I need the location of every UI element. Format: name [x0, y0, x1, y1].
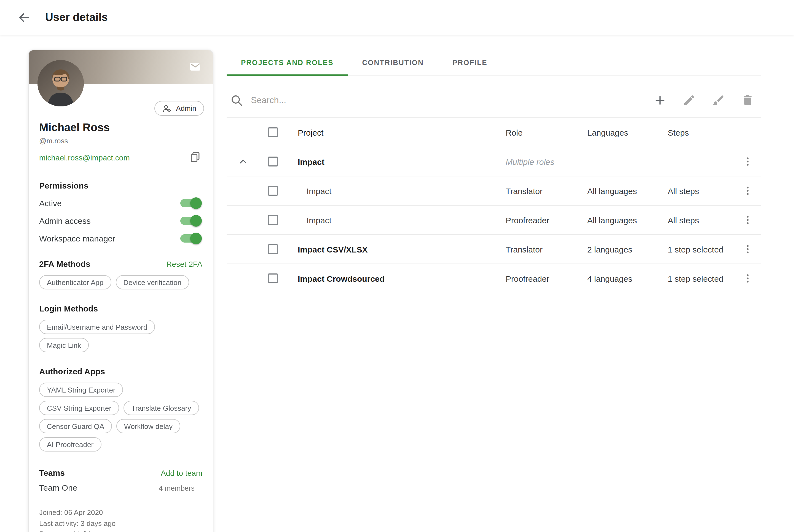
reset-2fa-link[interactable]: Reset 2FA	[166, 260, 202, 268]
column-header-steps: Steps	[664, 128, 734, 137]
meta-last-activity: Last activity: 3 days ago	[39, 518, 202, 529]
add-button[interactable]	[654, 93, 667, 107]
edit-icon	[683, 93, 696, 107]
column-header-role: Role	[502, 128, 584, 137]
profile-card-body: Michael Ross @m.ross michael.ross@impact…	[29, 116, 213, 532]
team-row: Team One 4 members	[39, 483, 202, 492]
languages-value: 2 languages	[584, 245, 664, 254]
app-chip: CSV String Exporter	[39, 401, 119, 415]
role-value: Translator	[502, 186, 584, 195]
role-value: Proofreader	[502, 215, 584, 225]
meta-pronouns: Pronouns: He/him	[39, 529, 202, 532]
user-meta-block: Joined: 06 Apr 2020 Last activity: 3 day…	[39, 507, 202, 532]
content-layout: Admin Michael Ross @m.ross michael.ross@…	[0, 35, 794, 532]
row-menu-button[interactable]	[739, 270, 756, 287]
user-email-link[interactable]: michael.ross@impact.com	[39, 153, 130, 162]
twofa-method-chip: Authenticator App	[39, 275, 111, 289]
toggle-label-admin-access: Admin access	[39, 216, 91, 226]
add-to-team-link[interactable]: Add to team	[161, 468, 202, 477]
row-checkbox-cell	[260, 215, 286, 225]
select-all-cell	[260, 127, 286, 137]
row-checkbox-cell	[260, 244, 286, 254]
toggle-row-workspace-manager: Workspace manager	[39, 234, 202, 243]
toggle-knob	[190, 233, 202, 244]
copy-email-button[interactable]	[189, 151, 202, 164]
row-checkbox[interactable]	[268, 244, 278, 254]
copy-icon	[189, 151, 201, 163]
login-method-chips: Email/Username and Password Magic Link	[39, 320, 202, 352]
row-menu-cell	[734, 183, 761, 199]
twofa-section-header: 2FA Methods Reset 2FA	[39, 259, 202, 268]
table-row-impact-translator: Impact Translator All languages All step…	[227, 176, 761, 206]
mail-icon	[189, 60, 202, 73]
project-name: Impact CSV/XLSX	[286, 245, 502, 254]
app-chip: Workflow delay	[116, 419, 180, 433]
select-all-checkbox[interactable]	[268, 127, 278, 137]
table-row-impact-csv-xlsx: Impact CSV/XLSX Translator 2 languages 1…	[227, 235, 761, 264]
admin-access-toggle[interactable]	[180, 217, 200, 225]
toggle-knob	[190, 197, 202, 209]
languages-value: All languages	[584, 215, 664, 225]
avatar-photo	[37, 60, 84, 107]
toolbar-actions	[654, 93, 754, 107]
active-toggle[interactable]	[180, 199, 200, 207]
row-menu-cell	[734, 153, 761, 170]
kebab-menu-icon	[742, 244, 753, 255]
authorized-app-chips: YAML String Exporter CSV String Exporter…	[39, 383, 202, 452]
row-menu-button[interactable]	[739, 212, 756, 228]
toggle-label-workspace-manager: Workspace manager	[39, 234, 115, 243]
app-chip: Censor Guard QA	[39, 419, 112, 433]
role-value: Proofreader	[502, 274, 584, 283]
tab-contribution[interactable]: CONTRIBUTION	[348, 50, 438, 76]
search-input[interactable]	[251, 95, 654, 105]
teams-title: Teams	[39, 468, 65, 477]
user-details-page: User details	[0, 0, 794, 532]
manage-account-icon	[162, 103, 172, 113]
table-row-impact-crowdsourced: Impact Crowdsourced Proofreader 4 langua…	[227, 264, 761, 293]
team-name: Team One	[39, 483, 77, 492]
delete-button[interactable]	[741, 93, 754, 107]
row-checkbox[interactable]	[268, 156, 278, 167]
add-icon	[654, 93, 667, 107]
tab-projects-and-roles[interactable]: PROJECTS AND ROLES	[227, 50, 348, 76]
top-bar: User details	[0, 0, 794, 35]
row-menu-button[interactable]	[739, 241, 756, 258]
row-checkbox[interactable]	[268, 215, 278, 225]
app-chip: Translate Glossary	[124, 401, 199, 415]
edit-button[interactable]	[683, 93, 696, 107]
meta-joined: Joined: 06 Apr 2020	[39, 507, 202, 518]
table-row-group-impact: Impact Multiple roles	[227, 147, 761, 176]
brush-button[interactable]	[712, 93, 725, 107]
kebab-menu-icon	[742, 156, 753, 167]
authorized-apps-title: Authorized Apps	[39, 367, 202, 376]
profile-banner	[29, 50, 213, 84]
row-menu-button[interactable]	[739, 183, 756, 199]
delete-icon	[741, 93, 754, 107]
kebab-menu-icon	[742, 214, 753, 226]
admin-badge: Admin	[154, 101, 204, 116]
row-checkbox-cell	[260, 186, 286, 196]
row-checkbox[interactable]	[268, 186, 278, 196]
row-checkbox[interactable]	[268, 273, 278, 283]
arrow-left-icon	[18, 11, 31, 24]
back-button[interactable]	[16, 8, 33, 26]
languages-value: 4 languages	[584, 274, 664, 283]
project-name: Impact	[286, 157, 502, 166]
login-methods-title: Login Methods	[39, 304, 202, 313]
steps-value: 1 step selected	[664, 245, 734, 254]
kebab-menu-icon	[742, 273, 753, 284]
send-email-button[interactable]	[189, 60, 202, 73]
row-menu-cell	[734, 212, 761, 228]
permissions-title: Permissions	[39, 181, 202, 190]
twofa-chips: Authenticator App Device verification	[39, 275, 202, 289]
workspace-manager-toggle[interactable]	[180, 234, 200, 243]
steps-value: All steps	[664, 186, 734, 195]
tab-profile[interactable]: PROFILE	[438, 50, 502, 76]
role-value: Translator	[502, 245, 584, 254]
collapse-group-button[interactable]	[235, 154, 251, 169]
steps-value: All steps	[664, 215, 734, 225]
profile-card: Admin Michael Ross @m.ross michael.ross@…	[28, 50, 213, 532]
row-menu-button[interactable]	[739, 153, 756, 170]
toggle-label-active: Active	[39, 198, 62, 208]
project-name: Impact	[286, 215, 502, 225]
